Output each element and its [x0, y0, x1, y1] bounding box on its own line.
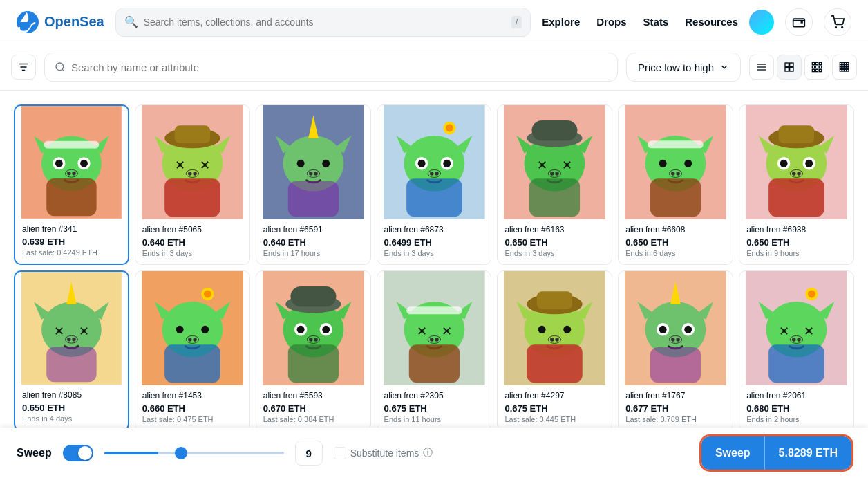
view-grid-small-btn[interactable] — [832, 55, 857, 80]
svg-text:✕: ✕ — [54, 324, 64, 338]
nav-drops[interactable]: Drops — [596, 16, 626, 28]
svg-rect-19 — [812, 66, 814, 68]
nft-name: alien fren #6608 — [625, 225, 726, 235]
svg-rect-76 — [287, 181, 338, 217]
user-avatar[interactable] — [749, 10, 774, 35]
nft-image — [377, 105, 491, 219]
svg-point-185 — [550, 338, 554, 341]
top-navigation: OpenSea 🔍 / Explore Drops Stats Resource… — [0, 0, 868, 44]
svg-text:✕: ✕ — [79, 324, 89, 338]
sweep-button[interactable]: Sweep 5.8289 ETH — [701, 436, 851, 445]
svg-point-136 — [67, 338, 70, 341]
nft-image: ✕✕ — [377, 271, 491, 385]
wallet-icon — [792, 15, 806, 29]
nft-name: alien fren #6591 — [263, 225, 364, 235]
nft-sub-info: Last sale: 0.445 ETH — [504, 415, 605, 423]
nft-card[interactable]: alien fren #14530.660 ETHLast sale: 0.47… — [135, 270, 250, 431]
nav-stats[interactable]: Stats — [643, 16, 669, 28]
view-grid-medium-btn[interactable] — [804, 55, 829, 80]
svg-rect-156 — [290, 286, 336, 306]
logo[interactable]: OpenSea — [17, 11, 104, 33]
svg-point-122 — [780, 160, 788, 167]
chevron-down-icon — [719, 62, 729, 72]
cart-icon-btn[interactable] — [824, 8, 851, 36]
slash-badge: / — [511, 16, 522, 28]
svg-point-51 — [67, 172, 70, 175]
svg-point-159 — [296, 326, 304, 333]
global-search-bar[interactable]: 🔍 / — [115, 8, 531, 37]
view-list-btn[interactable] — [749, 55, 774, 80]
attribute-search-icon — [55, 62, 66, 73]
sweep-count[interactable]: 9 — [295, 441, 323, 445]
svg-point-108 — [659, 160, 667, 167]
wallet-icon-btn[interactable] — [785, 8, 813, 36]
svg-point-196 — [685, 326, 692, 333]
nft-name: alien fren #4297 — [504, 391, 605, 401]
nft-card[interactable]: alien fren #3410.639 ETHLast sale: 0.424… — [14, 104, 129, 265]
svg-rect-53 — [46, 178, 96, 216]
nft-image — [135, 271, 249, 385]
svg-rect-20 — [815, 66, 818, 68]
nft-image — [619, 271, 733, 385]
svg-rect-37 — [840, 69, 842, 71]
view-grid-large-btn[interactable] — [777, 55, 802, 80]
nft-card[interactable]: ✕✕ alien fren #80850.650 ETHEnds in 4 da… — [14, 270, 129, 431]
attribute-search-bar[interactable] — [44, 53, 618, 82]
svg-rect-45 — [44, 141, 100, 149]
global-search-input[interactable] — [144, 17, 506, 28]
nft-card[interactable]: ✕✕ alien fren #61630.650 ETHEnds in 3 da… — [497, 104, 612, 265]
sort-label: Price low to high — [638, 62, 714, 73]
svg-rect-17 — [815, 62, 818, 64]
nft-price: 0.650 ETH — [504, 237, 605, 248]
nav-resources[interactable]: Resources — [685, 16, 738, 28]
svg-point-85 — [417, 160, 425, 167]
nft-sub-info: Ends in 4 days — [22, 414, 121, 423]
svg-rect-96 — [532, 120, 578, 140]
nft-image — [256, 271, 370, 385]
svg-rect-212 — [768, 344, 824, 383]
nft-image: ✕✕ — [135, 105, 249, 219]
svg-point-146 — [201, 326, 209, 333]
svg-text:✕: ✕ — [779, 324, 789, 338]
nft-card[interactable]: alien fren #65910.640 ETHEnds in 17 hour… — [256, 104, 371, 265]
attribute-search-input[interactable] — [71, 62, 607, 73]
nav-explore[interactable]: Explore — [542, 16, 580, 28]
svg-rect-21 — [819, 66, 821, 68]
nft-card[interactable]: ✕✕ alien fren #20610.680 ETHEnds in 2 ho… — [739, 270, 854, 431]
svg-point-162 — [309, 338, 312, 341]
svg-rect-15 — [790, 68, 793, 71]
nft-sub-info: Ends in 3 days — [384, 249, 484, 257]
nft-price: 0.675 ETH — [384, 403, 484, 414]
svg-point-148 — [188, 338, 191, 341]
nft-card[interactable]: alien fren #69380.650 ETHEnds in 9 hours — [739, 104, 854, 265]
svg-rect-24 — [819, 69, 821, 71]
svg-point-125 — [792, 172, 795, 175]
nft-card[interactable]: alien fren #42970.675 ETHLast sale: 0.44… — [497, 270, 612, 431]
nft-card[interactable]: ✕✕ alien fren #50650.640 ETHEnds in 3 da… — [135, 104, 250, 265]
sort-dropdown[interactable]: Price low to high — [626, 53, 741, 82]
filter-toggle-button[interactable] — [11, 55, 36, 80]
nft-sub-info: Last sale: 0.475 ETH — [142, 415, 243, 423]
svg-rect-127 — [768, 178, 824, 217]
nft-card[interactable]: alien fren #17670.677 ETHLast sale: 0.78… — [618, 270, 733, 431]
nft-image — [619, 105, 733, 219]
svg-rect-107 — [648, 140, 704, 148]
nft-name: alien fren #6163 — [504, 225, 605, 235]
nft-price: 0.640 ETH — [142, 237, 243, 248]
nft-card[interactable]: alien fren #68730.6499 ETHEnds in 3 days — [377, 104, 492, 265]
svg-rect-150 — [164, 344, 220, 383]
svg-point-174 — [435, 338, 438, 341]
svg-rect-181 — [537, 291, 572, 309]
nft-price: 0.677 ETH — [625, 403, 726, 414]
nft-card[interactable]: alien fren #55930.670 ETHLast sale: 0.38… — [256, 270, 371, 431]
svg-rect-187 — [527, 344, 583, 383]
nft-image — [498, 271, 612, 385]
nft-name: alien fren #1767 — [625, 391, 726, 401]
nft-card[interactable]: alien fren #66080.650 ETHEnds in 6 days — [618, 104, 733, 265]
svg-rect-22 — [812, 69, 814, 71]
nav-icons — [749, 8, 851, 36]
svg-point-82 — [445, 124, 453, 131]
nft-name: alien fren #2061 — [746, 391, 847, 401]
filter-bar: Price low to high — [0, 44, 868, 91]
nft-card[interactable]: ✕✕ alien fren #23050.675 ETHEnds in 11 h… — [377, 270, 492, 431]
